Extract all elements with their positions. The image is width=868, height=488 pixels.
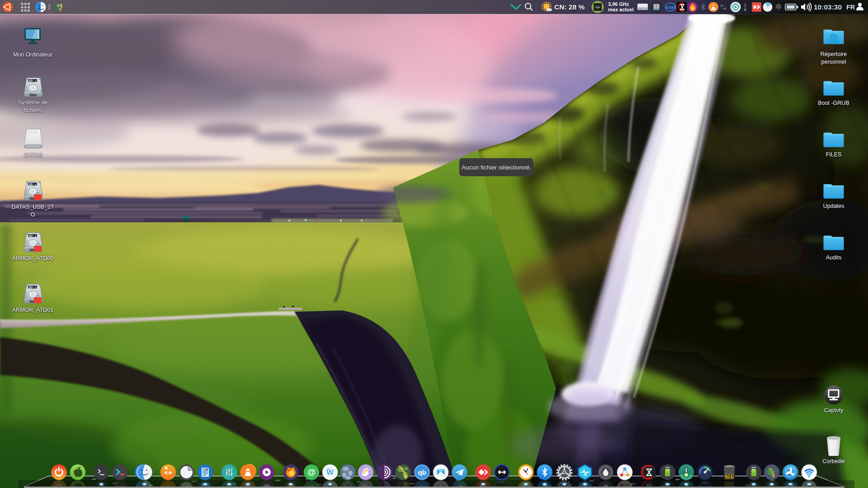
svg-text:cpu: cpu xyxy=(584,474,587,476)
svg-text:intel: intel xyxy=(595,6,600,9)
svg-text:@: @ xyxy=(307,467,316,477)
svg-text:intel: intel xyxy=(665,5,675,10)
svg-text:CN: 28 %: CN: 28 % xyxy=(554,3,585,11)
svg-text:qb: qb xyxy=(418,469,426,476)
svg-text:FR: FR xyxy=(846,4,855,11)
svg-text:10:03:30: 10:03:30 xyxy=(814,3,842,11)
svg-text:N/A: N/A xyxy=(726,474,733,479)
svg-text:max actuel: max actuel xyxy=(608,7,634,12)
svg-text:3,96 GHz: 3,96 GHz xyxy=(608,1,629,7)
